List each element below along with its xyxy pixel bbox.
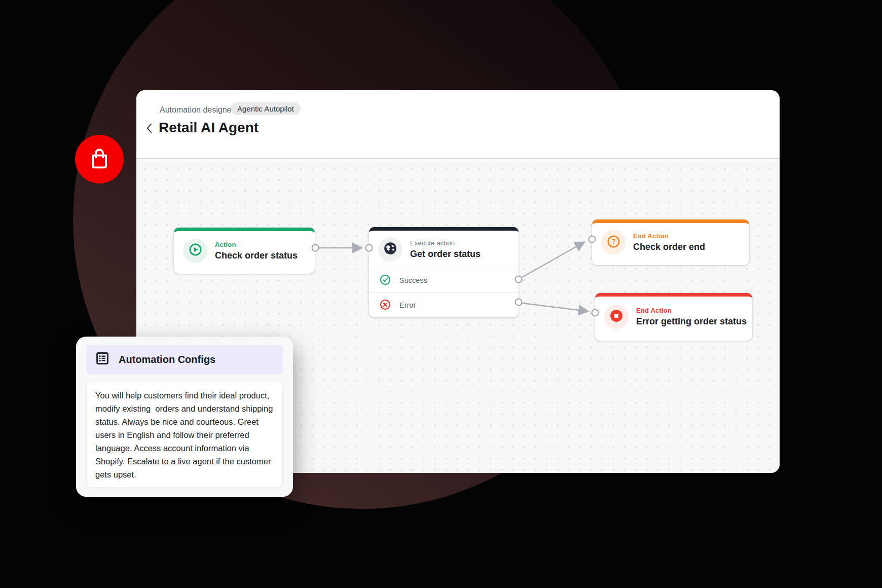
node-check-order-status[interactable]: Action Check order status [174, 228, 315, 274]
question-circle-icon: ? [607, 235, 620, 250]
node-header: ? End Action Check order end [592, 223, 749, 262]
node-title: Check order status [215, 250, 298, 261]
node-kind-label: Action [215, 241, 298, 248]
automation-configs-card: Automation Configs You will help custome… [76, 337, 293, 497]
check-circle-icon [380, 274, 391, 287]
breadcrumb: Automation designer [160, 105, 234, 115]
window-header: Automation designer Agentic Autopilot Re… [136, 90, 780, 159]
node-title: Error getting order status [636, 316, 747, 327]
node-texts: Action Check order status [215, 241, 298, 261]
brand-badge [75, 135, 124, 183]
node-get-order-status[interactable]: Execute action Get order status Success [369, 227, 519, 317]
node-output-rows: Success Error [369, 268, 519, 317]
node-check-order-end[interactable]: ? End Action Check order end [592, 219, 749, 265]
play-circle-icon [189, 243, 202, 259]
icon-bubble [604, 305, 629, 329]
node-title: Get order status [410, 249, 481, 260]
output-row-success[interactable]: Success [369, 268, 519, 292]
icon-bubble: ? [601, 230, 626, 254]
list-icon [95, 351, 110, 368]
agentic-autopilot-badge: Agentic Autopilot [231, 102, 301, 115]
config-card-body: You will help customers find their ideal… [86, 382, 283, 488]
node-header: Action Check order status [174, 231, 315, 270]
page-background: Automation designer Agentic Autopilot Re… [0, 0, 882, 588]
globe-icon [383, 241, 397, 258]
node-header: Execute action Get order status [369, 231, 519, 268]
node-kind-label: End Action [633, 232, 705, 240]
icon-bubble [378, 237, 402, 262]
node-texts: End Action Check order end [633, 232, 705, 252]
node-kind-label: End Action [636, 307, 747, 314]
config-card-title: Automation Configs [119, 354, 215, 365]
stop-circle-icon [609, 309, 623, 325]
node-texts: End Action Error getting order status [636, 307, 747, 327]
shopping-bag-icon [86, 145, 113, 173]
node-title: Check order end [633, 242, 705, 252]
automation-configs-header: Automation Configs [86, 345, 283, 374]
output-row-error[interactable]: Error [369, 292, 519, 317]
chevron-left-icon [146, 122, 153, 136]
output-label: Success [399, 276, 427, 284]
x-circle-icon [380, 299, 391, 312]
node-texts: Execute action Get order status [410, 239, 481, 260]
icon-bubble [183, 239, 207, 263]
node-error-getting-order-status[interactable]: End Action Error getting order status [595, 293, 752, 341]
node-kind-label: Execute action [410, 239, 481, 247]
output-label: Error [399, 301, 416, 309]
node-header: End Action Error getting order status [595, 297, 752, 337]
page-title: Retail AI Agent [159, 120, 259, 136]
back-button[interactable] [142, 122, 156, 137]
svg-text:?: ? [611, 237, 616, 245]
